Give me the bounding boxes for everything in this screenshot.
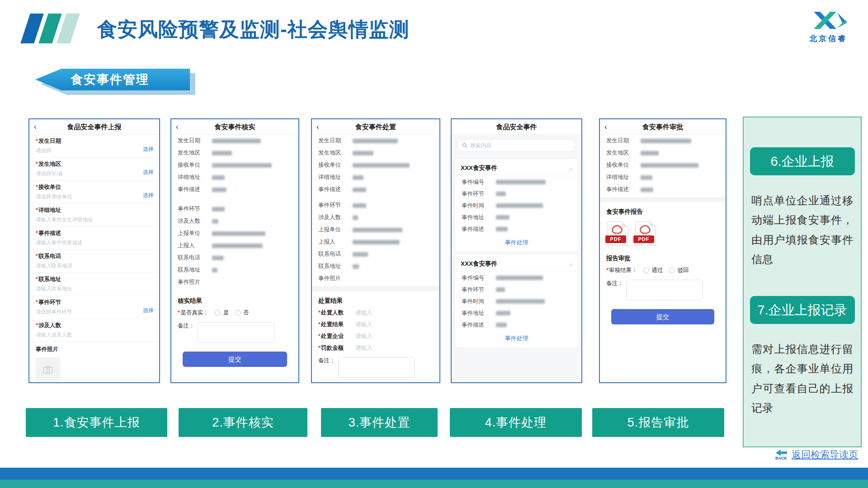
required-asterisk: * [36, 161, 38, 167]
radio-circle[interactable] [669, 267, 675, 273]
required-asterisk: * [36, 322, 38, 328]
form-field-事件描述[interactable]: *事件描述请输入事件简要描述 [29, 227, 159, 250]
field-label-text: 联系地址 [38, 276, 61, 282]
detail-label: 事件地址 [462, 214, 496, 221]
pdf-file-icon[interactable]: PDF [635, 221, 656, 246]
form-field-联系地址[interactable]: *联系地址请输入联系地址 [29, 273, 159, 296]
phone-titlebar: ‹食安事件处置 [312, 119, 439, 135]
pdf-file-icon[interactable]: PDF [607, 221, 628, 246]
select-link[interactable]: 选择 [143, 145, 154, 153]
field-label-text: 接收单位 [38, 184, 61, 190]
radio-group-label-text: 审核结果： [609, 267, 637, 273]
event-card-header[interactable]: XXX食安事件› [455, 256, 578, 272]
detail-row-联系地址: 联系地址 [171, 264, 298, 276]
detail-row-上报人: 上报人 [312, 236, 439, 248]
detail-row-事件描述: 事件描述 [600, 183, 726, 196]
back-chevron-icon[interactable]: ‹ [316, 119, 319, 135]
event-handle-link[interactable]: 事件处理 [455, 235, 578, 251]
input-row-处置结果[interactable]: *处置结果请输入 [312, 319, 439, 330]
redacted-value [353, 252, 368, 257]
required-asterisk: * [178, 310, 180, 316]
redacted-value [496, 203, 543, 208]
photo-upload-box[interactable] [36, 357, 60, 382]
redacted-value [212, 256, 224, 260]
input-row-罚款金额[interactable]: *罚款金额请输入 [312, 342, 439, 354]
select-link[interactable]: 选择 [143, 307, 154, 314]
phone-title: 食品安全事件 [496, 123, 537, 131]
chevron-right-icon[interactable]: › [570, 164, 572, 172]
event-card-title: XXX食安事件 [461, 260, 497, 268]
note-textarea[interactable] [198, 322, 274, 343]
select-link[interactable]: 选择 [143, 192, 154, 199]
detail-row-上报人: 上报人 [171, 239, 298, 252]
form-field-详细地址[interactable]: *详细地址请输入事件发生详细地址 [29, 204, 159, 227]
field-label: *发生地区 [36, 160, 143, 168]
detail-label: 详细地址 [606, 174, 641, 181]
radio-group-label: *是否真实： [178, 309, 208, 317]
detail-label: 联系电话 [318, 250, 353, 258]
form-field-接收单位[interactable]: *接收单位请选择接收单位选择 [29, 181, 159, 204]
radio-group: *审核结果：通过驳回 [600, 264, 726, 277]
event-card-header[interactable]: XXX食安事件› [455, 160, 578, 176]
input-row-处置企业[interactable]: *处置企业请输入 [312, 330, 439, 342]
form-field-发生日期[interactable]: *发生日期请选择选择 [29, 135, 159, 158]
radio-option-label[interactable]: 是 [223, 309, 229, 317]
select-link[interactable]: 选择 [143, 169, 154, 176]
redacted-value [353, 240, 400, 244]
note-textarea[interactable] [626, 280, 703, 300]
note-label: 备注： [606, 280, 623, 287]
section-title: 核实结果 [171, 293, 298, 307]
form-field-联系电话[interactable]: *联系电话请输入联系电话 [29, 250, 159, 273]
note-textarea[interactable] [338, 357, 415, 378]
radio-circle[interactable] [643, 267, 649, 273]
radio-circle[interactable] [215, 310, 221, 316]
pdf-acrobat-mark [612, 225, 623, 234]
back-chevron-icon[interactable]: ‹ [604, 119, 607, 135]
back-chevron-icon[interactable]: ‹ [34, 119, 37, 135]
pdf-acrobat-mark [640, 225, 651, 234]
phone-verify: ‹食安事件核实发生日期发生地区接收单位详细地址事件描述事件环节涉及人数上报单位上… [170, 118, 299, 383]
radio-option-label[interactable]: 驳回 [677, 267, 689, 274]
back-chevron-icon[interactable]: ‹ [176, 119, 179, 135]
detail-row-联系地址: 联系地址 [312, 260, 439, 272]
radio-option-label[interactable]: 否 [243, 309, 249, 317]
field-label: 事件照片 [36, 346, 153, 353]
submit-button[interactable]: 提交 [611, 309, 714, 324]
search-input[interactable]: 搜索内容 [457, 139, 576, 152]
chevron-right-icon[interactable]: › [570, 260, 572, 268]
submit-button[interactable]: 提交 [183, 352, 287, 367]
field-label-text: 发生地区 [38, 161, 61, 167]
form-field-涉及人数[interactable]: *涉及人数请输入涉及人数 [29, 319, 159, 342]
radio-option-label[interactable]: 通过 [651, 267, 663, 274]
detail-row-接收单位: 接收单位 [312, 159, 439, 171]
input-placeholder: 请输入 [355, 309, 373, 317]
detail-row-事件照片: 事件照片 [171, 276, 298, 288]
search-icon [462, 143, 467, 148]
detail-row-接收单位: 接收单位 [600, 159, 726, 171]
note-block: 备注： [171, 319, 298, 346]
radio-circle[interactable] [235, 310, 241, 316]
detail-label: 接收单位 [318, 161, 353, 169]
required-asterisk: * [36, 230, 38, 236]
detail-label: 接收单位 [606, 161, 641, 169]
event-handle-link[interactable]: 事件处理 [455, 331, 578, 347]
detail-label: 事件照片 [178, 278, 212, 286]
event-card: XXX食安事件›事件编号事件环节事件时间事件地址事件描述事件处理 [455, 255, 578, 347]
note-chip-report-records: 7.企业上报记录 [750, 296, 855, 324]
phone-title: 食品安全事件上报 [67, 123, 122, 131]
input-label-text: 处置人数 [321, 310, 344, 316]
detail-row-事件描述: 事件描述 [455, 223, 578, 235]
detail-row-事件地址: 事件地址 [455, 211, 578, 223]
phone-report: ‹食品安全事件上报*发生日期请选择选择*发生地区请选择区/县选择*接收单位请选择… [28, 118, 160, 383]
input-row-处置人数[interactable]: *处置人数请输入 [312, 307, 439, 319]
form-field-事件环节[interactable]: *事件环节请选择事件环节选择 [29, 296, 159, 319]
return-guide-link[interactable]: 返回检索导读页 [792, 448, 858, 461]
redacted-value [496, 276, 543, 280]
back-icon[interactable]: BACK [775, 449, 788, 460]
step-label-1: 1.食安事件上报 [26, 408, 167, 437]
event-card-title: XXX食安事件 [461, 164, 497, 172]
detail-label: 事件编号 [462, 274, 496, 282]
back-nav: BACK 返回检索导读页 [775, 448, 858, 461]
event-card: XXX食安事件›事件编号事件环节事件时间事件地址事件描述事件处理 [455, 159, 578, 251]
form-field-发生地区[interactable]: *发生地区请选择区/县选择 [29, 158, 159, 181]
